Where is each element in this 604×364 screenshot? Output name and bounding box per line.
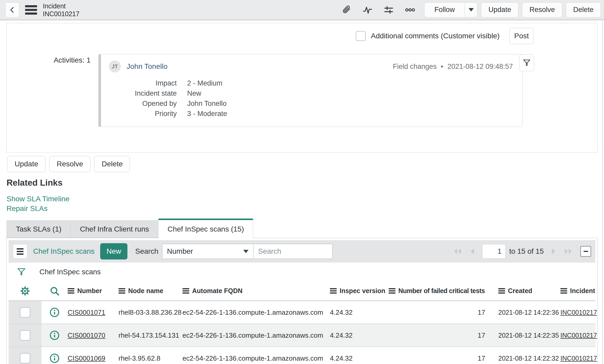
column-menu-icon [560, 288, 567, 294]
column-header-node-name[interactable]: Node name [119, 287, 182, 295]
chef-inspec-scans-list: Chef InSpec scans New Search Number to 1… [6, 238, 598, 364]
form-action-buttons: Update Resolve Delete [7, 156, 130, 172]
record-number-label: INC0010217 [43, 10, 79, 18]
tab-chef-inspec-scans[interactable]: Chef InSpec scans (15) [158, 219, 253, 238]
next-page-button[interactable] [550, 248, 557, 255]
activity-change-type: Field changes [393, 63, 437, 71]
info-icon[interactable] [42, 307, 68, 318]
table-header-row: Number Node name Automate FQDN Inspec ve… [9, 281, 595, 301]
table-row: CIS0001069 rhel-3.95.62.8 ec2-54-226-1-1… [9, 347, 595, 364]
customer-visible-checkbox[interactable] [356, 31, 366, 41]
activity-meta: Field changes • 2021-08-12 09:48:57 [393, 63, 513, 71]
activity-author-link[interactable]: John Tonello [127, 62, 168, 71]
activities-row: Activities: 1 JT John Tonello Field chan… [7, 54, 597, 127]
activity-section: Additional comments (Customer visible) P… [6, 23, 598, 153]
back-button[interactable] [5, 2, 19, 17]
column-search-icon[interactable] [42, 286, 68, 296]
resolve-button-header[interactable]: Resolve [522, 2, 562, 17]
field-label: Priority [109, 109, 177, 119]
activities-count-label: Activities: 1 [7, 54, 91, 64]
scan-number-link[interactable]: CIS0001070 [68, 331, 105, 339]
column-header-number[interactable]: Number [68, 287, 119, 295]
list-title-link[interactable]: Chef InSpec scans [33, 247, 94, 256]
field-changes-list: Impact 2 - Medium Incident state New Ope… [109, 78, 513, 119]
tab-task-slas[interactable]: Task SLAs (1) [7, 220, 71, 238]
list-menu-button[interactable] [13, 244, 27, 259]
personalize-sliders-icon[interactable] [384, 5, 393, 15]
delete-button[interactable]: Delete [94, 156, 130, 172]
column-menu-icon [119, 288, 125, 294]
additional-comments-row: Additional comments (Customer visible) P… [356, 28, 534, 44]
column-header-incident[interactable]: Incident [560, 287, 595, 295]
incident-link[interactable]: INC0010217 [560, 309, 597, 316]
table-row: CIS0001070 rhel-54.173.154.131 ec2-54-22… [9, 324, 595, 347]
activity-meta-separator: • [441, 63, 443, 71]
column-header-inspec-version[interactable]: Inspec version [330, 287, 389, 295]
field-change-row: Impact 2 - Medium [109, 78, 513, 88]
delete-button-header[interactable]: Delete [566, 2, 601, 17]
update-button-header[interactable]: Update [481, 2, 518, 17]
new-record-button[interactable]: New [100, 243, 127, 259]
chevron-down-icon [243, 250, 248, 253]
node-name-cell: rhel-54.173.154.131 [119, 331, 182, 339]
column-header-failed-critical-tests[interactable]: Number of failed critical tests [389, 287, 498, 295]
post-button[interactable]: Post [510, 28, 534, 44]
header-icon-group [342, 5, 415, 15]
activity-filter-button[interactable] [519, 54, 534, 71]
page-scrollbar-edge[interactable] [602, 21, 603, 364]
search-label: Search [135, 247, 158, 256]
failed-critical-tests-cell: 17 [389, 331, 498, 339]
collapse-list-button[interactable] [580, 246, 591, 257]
more-options-icon[interactable] [405, 5, 415, 15]
row-checkbox[interactable] [20, 330, 30, 341]
context-menu-icon[interactable] [25, 5, 37, 15]
column-header-automate-fqdn[interactable]: Automate FQDN [182, 287, 330, 295]
repair-slas-link[interactable]: Repair SLAs [7, 204, 69, 213]
field-value: 2 - Medium [187, 78, 222, 88]
field-change-row: Opened by John Tonello [109, 99, 513, 109]
related-links-title: Related Links [7, 178, 69, 188]
resolve-button[interactable]: Resolve [49, 156, 90, 172]
attachment-icon[interactable] [342, 5, 351, 15]
info-icon[interactable] [42, 353, 68, 363]
info-icon[interactable] [42, 330, 68, 341]
previous-page-button[interactable] [469, 248, 476, 255]
search-field-select[interactable]: Number [162, 244, 253, 259]
column-menu-icon [389, 288, 395, 294]
breadcrumb[interactable]: Chef InSpec scans [39, 268, 101, 276]
row-checkbox[interactable] [20, 307, 30, 318]
update-button[interactable]: Update [7, 156, 45, 172]
column-header-created[interactable]: Created [498, 287, 560, 295]
show-sla-timeline-link[interactable]: Show SLA Timeline [7, 194, 69, 204]
activity-timestamp: 2021-08-12 09:48:57 [447, 63, 513, 71]
list-settings-gear-icon[interactable] [9, 286, 42, 296]
follow-dropdown-button[interactable] [465, 3, 477, 17]
chevron-down-icon [469, 8, 474, 11]
filter-funnel-icon[interactable] [16, 267, 26, 277]
tab-chef-infra-client-runs[interactable]: Chef Infra Client runs [70, 220, 158, 238]
field-change-row: Priority 3 - Moderate [109, 109, 513, 119]
page-number-input[interactable] [482, 244, 506, 259]
inspec-version-cell: 4.24.32 [330, 354, 389, 362]
created-cell: 2021-08-12 14:22:35 [498, 332, 560, 339]
last-page-button[interactable] [563, 248, 573, 255]
scan-number-link[interactable]: CIS0001071 [68, 308, 105, 316]
incident-link[interactable]: INC0010217 [560, 355, 597, 362]
scan-number-link[interactable]: CIS0001069 [68, 354, 105, 362]
activity-stream-icon[interactable] [363, 5, 372, 15]
follow-button[interactable]: Follow [424, 3, 465, 17]
chevron-left-icon [9, 6, 16, 14]
column-menu-icon [182, 288, 189, 294]
page-title: Incident INC0010217 [43, 2, 79, 18]
incident-link[interactable]: INC0010217 [560, 332, 597, 339]
search-input[interactable] [253, 244, 333, 259]
list-pagination: to 15 of 15 [452, 244, 591, 259]
inspec-version-cell: 4.24.32 [330, 331, 389, 339]
row-checkbox[interactable] [20, 353, 30, 363]
first-page-button[interactable] [452, 248, 463, 255]
field-value: 3 - Moderate [187, 109, 227, 119]
inspec-version-cell: 4.24.32 [330, 308, 389, 317]
field-value: New [187, 88, 201, 99]
activity-card-header: JT John Tonello Field changes • 2021-08-… [109, 60, 513, 72]
automate-fqdn-cell: ec2-54-226-1-136.compute-1.amazonaws.com [182, 308, 330, 317]
